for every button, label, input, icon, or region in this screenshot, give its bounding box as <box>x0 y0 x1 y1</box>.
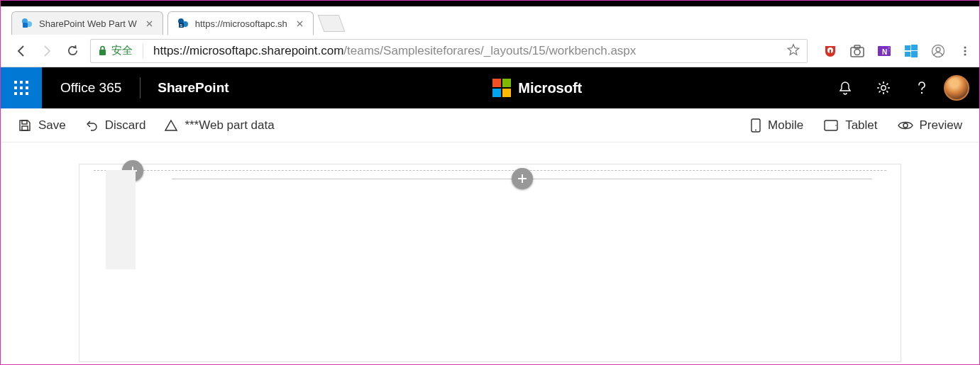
browser-tabstrip: SharePoint Web Part W S https://microsof… <box>1 6 979 35</box>
workbench-command-bar: Save Discard ***Web part data Mobile Tab… <box>1 108 979 142</box>
waffle-icon <box>13 80 29 96</box>
svg-rect-37 <box>26 81 28 84</box>
svg-point-32 <box>964 46 966 48</box>
svg-text:S: S <box>180 23 182 28</box>
browser-tab[interactable]: S https://microsoftapc.sh <box>167 11 314 35</box>
onenote-icon[interactable]: N <box>877 44 891 58</box>
svg-point-45 <box>921 92 923 94</box>
lock-icon <box>98 45 107 56</box>
svg-rect-25 <box>888 52 890 55</box>
svg-rect-6 <box>23 23 28 28</box>
tab-close-icon[interactable] <box>144 18 155 29</box>
secure-indicator[interactable]: 安全 <box>98 44 133 57</box>
webpart-data-label: ***Web part data <box>185 118 274 133</box>
svg-rect-15 <box>99 50 106 55</box>
separator <box>143 44 143 58</box>
warning-triangle-icon <box>164 118 178 133</box>
svg-rect-39 <box>20 86 23 89</box>
tab-title: SharePoint Web Part W <box>39 18 137 29</box>
undo-icon <box>84 118 99 133</box>
save-label: Save <box>38 118 66 133</box>
svg-rect-26 <box>905 45 910 50</box>
svg-point-20 <box>854 49 860 55</box>
svg-rect-40 <box>26 86 28 89</box>
svg-point-34 <box>964 53 966 55</box>
plus-icon <box>516 172 529 185</box>
svg-rect-28 <box>905 52 910 57</box>
windows-icon[interactable] <box>904 44 918 58</box>
svg-rect-19 <box>854 45 860 48</box>
window-top-strip <box>1 1 979 6</box>
profile-icon[interactable] <box>931 44 945 58</box>
svg-point-33 <box>964 50 966 52</box>
app-name[interactable]: SharePoint <box>141 80 246 96</box>
svg-rect-27 <box>911 45 918 50</box>
svg-rect-24 <box>888 50 890 52</box>
tab-title: https://microsoftapc.sh <box>195 18 287 29</box>
svg-text:N: N <box>882 47 887 55</box>
tablet-label: Tablet <box>845 118 877 133</box>
tenant-logo: Microsoft <box>246 79 829 97</box>
user-avatar[interactable] <box>944 75 969 101</box>
menu-icon[interactable] <box>958 44 972 58</box>
reload-button[interactable] <box>65 43 80 59</box>
gear-icon <box>876 80 891 96</box>
secure-label: 安全 <box>111 44 133 57</box>
svg-rect-29 <box>911 51 918 57</box>
svg-rect-36 <box>20 81 23 84</box>
svg-rect-38 <box>14 86 17 89</box>
section-separator <box>94 170 886 171</box>
svg-rect-41 <box>14 92 17 95</box>
save-icon <box>18 118 32 133</box>
preview-button[interactable]: Preview <box>898 118 962 133</box>
mobile-label: Mobile <box>768 118 803 133</box>
o365-suite-header: Office 365 SharePoint Microsoft <box>1 67 979 108</box>
new-tab-button[interactable] <box>317 15 345 32</box>
svg-point-51 <box>835 125 837 126</box>
tablet-view-button[interactable]: Tablet <box>823 118 877 133</box>
sharepoint-icon: S <box>177 17 189 30</box>
extension-icons: N <box>823 44 972 58</box>
forward-button <box>39 43 55 59</box>
ublock-icon[interactable] <box>823 44 837 58</box>
app-launcher-button[interactable] <box>1 67 42 108</box>
discard-label: Discard <box>105 118 146 133</box>
discard-button[interactable]: Discard <box>84 118 146 133</box>
browser-toolbar: 安全 https://microsoftapc.sharepoint.com/t… <box>1 35 979 67</box>
bookmark-star-icon[interactable] <box>787 43 800 59</box>
svg-point-49 <box>755 129 756 130</box>
tab-close-icon[interactable] <box>294 18 306 29</box>
browser-tab[interactable]: SharePoint Web Part W <box>11 11 163 35</box>
svg-rect-23 <box>888 47 890 49</box>
svg-rect-17 <box>830 50 831 54</box>
sharepoint-icon <box>21 17 33 30</box>
svg-rect-47 <box>22 126 28 130</box>
url-text: https://microsoftapc.sharepoint.com/team… <box>153 44 636 58</box>
workbench-canvas <box>79 164 901 362</box>
tablet-icon <box>823 119 839 132</box>
help-button[interactable] <box>905 71 938 105</box>
address-bar[interactable]: 安全 https://microsoftapc.sharepoint.com/t… <box>90 39 808 63</box>
notifications-button[interactable] <box>829 71 861 105</box>
bell-icon <box>837 80 853 96</box>
back-button[interactable] <box>13 43 29 59</box>
mobile-view-button[interactable]: Mobile <box>750 118 803 133</box>
suite-brand[interactable]: Office 365 <box>42 80 140 96</box>
section-toolbar-placeholder[interactable] <box>106 170 136 269</box>
microsoft-logo-icon <box>492 79 511 97</box>
svg-point-31 <box>936 47 940 52</box>
webpart-zone <box>172 179 872 179</box>
preview-label: Preview <box>920 118 962 133</box>
svg-rect-43 <box>26 92 28 95</box>
camera-icon[interactable] <box>850 44 864 58</box>
svg-rect-35 <box>14 81 17 84</box>
save-button[interactable]: Save <box>18 118 66 133</box>
eye-icon <box>898 120 913 131</box>
add-webpart-button[interactable] <box>512 168 533 189</box>
mobile-icon <box>750 118 761 133</box>
webpart-data-button[interactable]: ***Web part data <box>164 118 274 133</box>
settings-button[interactable] <box>867 71 900 105</box>
svg-rect-46 <box>22 120 27 124</box>
question-icon <box>914 80 930 96</box>
workbench-canvas-wrapper <box>1 142 979 362</box>
